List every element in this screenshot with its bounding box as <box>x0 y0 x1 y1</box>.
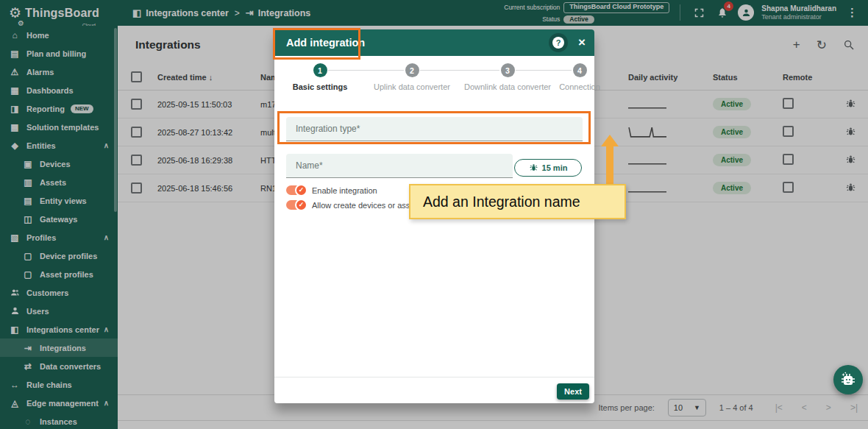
step-number: 4 <box>573 63 587 77</box>
name-label: Name* <box>296 160 323 171</box>
highlight-box-integration-type <box>277 111 591 144</box>
toggle-switch-on[interactable]: ✓ <box>286 200 306 210</box>
help-icon: ? <box>552 37 564 49</box>
assistant-button[interactable] <box>833 365 863 394</box>
stepper: 1Basic settings2Uplink data converter3Do… <box>274 63 594 102</box>
step-connector <box>420 70 499 71</box>
toggle-enable-integration[interactable]: ✓Enable integration <box>286 185 421 195</box>
tooltip-arrow-bar <box>606 145 613 186</box>
check-icon: ✓ <box>295 184 307 196</box>
toggle-label: Enable integration <box>312 186 377 195</box>
close-icon[interactable]: × <box>578 35 586 50</box>
step-uplink-data-converter[interactable]: 2Uplink data converter <box>364 63 460 91</box>
toggle-allow-create-devices-or-assets[interactable]: ✓Allow create devices or assets <box>286 200 421 210</box>
check-icon: ✓ <box>295 199 307 211</box>
dialog-footer-divider <box>274 377 594 377</box>
highlight-box-title <box>273 28 360 60</box>
step-connector <box>328 70 404 71</box>
step-number: 2 <box>405 63 419 77</box>
name-field[interactable]: Name* <box>286 154 513 178</box>
step-basic-settings[interactable]: 1Basic settings <box>272 63 368 91</box>
step-number: 3 <box>501 63 515 77</box>
toggle-label: Allow create devices or assets <box>312 201 421 210</box>
step-label: Uplink data converter <box>364 82 460 91</box>
next-button[interactable]: Next <box>557 383 589 400</box>
annotation-tooltip: Add an Integration name <box>409 184 626 219</box>
bug-icon <box>529 163 538 174</box>
step-number: 1 <box>313 63 327 77</box>
step-label: Basic settings <box>272 82 368 91</box>
step-connection[interactable]: 4Connection <box>532 63 627 91</box>
toggle-switch-on[interactable]: ✓ <box>286 185 306 195</box>
step-label: Connection <box>532 82 627 91</box>
debug-mode-chip[interactable]: 15 min <box>514 159 582 177</box>
step-connector <box>516 70 572 71</box>
help-button[interactable]: ? <box>549 33 568 52</box>
